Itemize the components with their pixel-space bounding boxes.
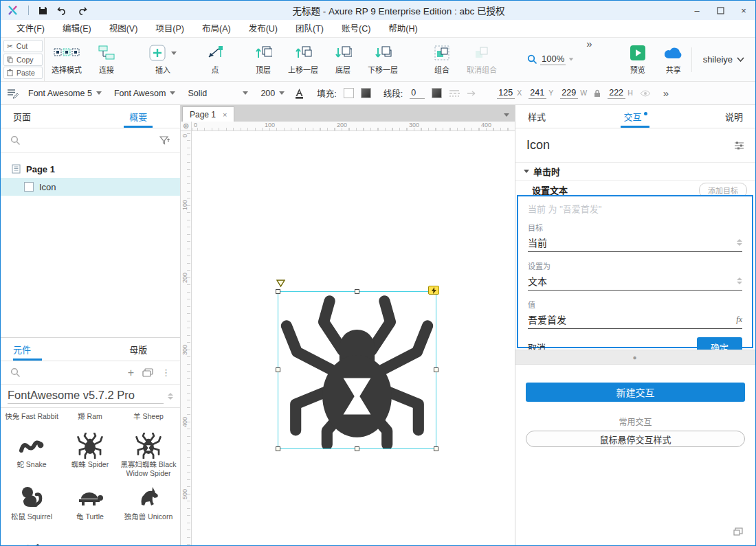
target-select[interactable]: 当前 (528, 236, 742, 252)
turtle-icon[interactable] (60, 488, 120, 507)
line-color-swatch[interactable] (432, 88, 442, 98)
menu-view[interactable]: 视图(V) (102, 20, 146, 38)
redo-icon[interactable] (77, 6, 87, 15)
search-icon[interactable] (10, 135, 21, 146)
resize-handle-se[interactable] (434, 446, 438, 451)
menu-help[interactable]: 帮助(H) (381, 20, 425, 38)
zoom-control[interactable]: 100% (527, 38, 574, 81)
spider-icon[interactable] (60, 433, 120, 459)
event-onclick-row[interactable]: 单击时 (515, 163, 755, 181)
line-width-field[interactable]: 0 (410, 88, 425, 99)
save-icon[interactable] (38, 6, 47, 15)
zoom-value[interactable]: 100% (540, 54, 566, 65)
canvas[interactable] (192, 131, 515, 545)
widget-snake-label[interactable]: 蛇 Snake (2, 460, 61, 469)
w-field[interactable]: 229W (560, 88, 587, 99)
share-button[interactable]: 共享 (656, 38, 691, 81)
font-face-select[interactable]: Font Awesom (111, 89, 179, 98)
tab-list-chevron-icon[interactable] (504, 109, 515, 122)
snake-icon[interactable] (2, 434, 61, 457)
lock-ratio-icon[interactable] (594, 89, 601, 98)
search-icon[interactable] (10, 367, 21, 378)
menu-publish[interactable]: 发布(U) (241, 20, 285, 38)
tab-close-icon[interactable]: × (223, 111, 227, 119)
libraries-icon[interactable] (142, 368, 153, 377)
bring-forward-button[interactable]: 上移一层 (281, 38, 325, 81)
canvas-tab-page1[interactable]: Page 1 × (182, 106, 234, 122)
maximize-button[interactable] (709, 1, 732, 19)
resize-handle-sw[interactable] (276, 446, 280, 451)
interaction-bolt-icon[interactable] (428, 286, 439, 295)
visibility-eye-icon[interactable] (640, 90, 651, 97)
panel-splitter[interactable]: ● (515, 350, 755, 365)
paste-button[interactable]: Paste (3, 67, 43, 79)
menu-file[interactable]: 文件(F) (9, 20, 52, 38)
dock-panel-icon[interactable] (733, 527, 743, 536)
fx-icon[interactable]: fx (736, 315, 742, 325)
point-button[interactable]: 点 (197, 38, 233, 81)
ruler-origin-icon[interactable]: ⊕ (181, 122, 192, 131)
hover-style-button[interactable]: 鼠标悬停交互样式 (526, 431, 745, 447)
spinner-icon[interactable] (737, 277, 742, 284)
close-button[interactable]: × (732, 1, 755, 19)
preview-button[interactable]: 预览 (620, 38, 656, 81)
kebab-menu-icon[interactable]: ⋮ (162, 367, 170, 378)
send-to-back-button[interactable]: 底层 (325, 38, 361, 81)
tab-interactions[interactable]: 交互 (599, 105, 671, 128)
resize-handle-e[interactable] (434, 367, 438, 372)
line-style-icon[interactable] (449, 89, 460, 98)
tab-notes[interactable]: 说明 (671, 105, 755, 128)
outline-icon-row[interactable]: Icon (1, 178, 180, 196)
fill-pattern-swatch[interactable] (361, 88, 371, 98)
filter-icon[interactable] (159, 136, 170, 146)
resize-handle-s[interactable] (355, 446, 359, 451)
outline-page-row[interactable]: Page 1 (1, 160, 180, 178)
widget-ram[interactable]: 羱 Ram (60, 412, 120, 421)
menu-account[interactable]: 账号(C) (334, 20, 378, 38)
copy-button[interactable]: Copy (3, 54, 43, 66)
h-field[interactable]: 222H (608, 88, 633, 99)
insert-button[interactable]: 插入 (142, 38, 184, 81)
font-style-select[interactable]: Solid (185, 89, 251, 98)
y-field[interactable]: 241Y (529, 88, 553, 99)
widget-squirrel-label[interactable]: 松鼠 Squirrel (2, 512, 61, 521)
font-family-select[interactable]: Font Awesome 5 (25, 89, 104, 98)
menu-team[interactable]: 团队(T) (288, 20, 331, 38)
menu-layout[interactable]: 布局(A) (194, 20, 238, 38)
widget-turtle-label[interactable]: 龟 Turtle (60, 512, 120, 521)
widget-spider-label[interactable]: 蜘蛛 Spider (60, 460, 120, 469)
widget-unicorn-label[interactable]: 独角兽 Unicorn (119, 512, 178, 521)
collapse-triangle-icon[interactable] (524, 170, 529, 173)
font-size-select[interactable]: 200 (258, 89, 287, 98)
menu-edit[interactable]: 编辑(E) (55, 20, 99, 38)
fill-color-swatch[interactable] (344, 88, 354, 98)
tab-outline[interactable]: 概要 (97, 105, 181, 128)
tab-pages[interactable]: 页面 (1, 105, 97, 128)
tune-sliders-icon[interactable] (734, 141, 744, 150)
bring-to-front-button[interactable]: 顶层 (245, 38, 281, 81)
stylebar-overflow[interactable]: » (663, 87, 667, 99)
squirrel-icon[interactable] (2, 485, 61, 510)
unicorn-icon[interactable] (119, 485, 178, 510)
send-backward-button[interactable]: 下移一层 (361, 38, 405, 81)
resize-handle-w[interactable] (276, 367, 280, 372)
black-widow-spider-icon[interactable] (119, 433, 178, 459)
tab-masters[interactable]: 母版 (97, 338, 181, 361)
add-library-icon[interactable]: + (128, 367, 134, 379)
connect-button[interactable]: 连接 (89, 38, 124, 81)
resize-handle-nw[interactable] (276, 289, 280, 294)
minimize-button[interactable]: – (685, 1, 709, 19)
set-to-select[interactable]: 文本 (528, 274, 742, 291)
select-mode-button[interactable]: 选择模式 (45, 38, 89, 81)
library-select[interactable]: FontAwesome v5.7.2 Pro (1, 385, 180, 408)
spinner-icon[interactable] (737, 239, 742, 246)
widget-sheep[interactable]: 羊 Sheep (119, 412, 178, 421)
widget-black-widow-label[interactable]: 黑寡妇蜘蛛 Black Widow Spider (119, 460, 178, 478)
menu-project[interactable]: 项目(P) (148, 20, 192, 38)
value-input[interactable]: 吾爱首发 fx (528, 312, 742, 329)
resize-handle-n[interactable] (355, 289, 359, 294)
tab-style[interactable]: 样式 (515, 105, 599, 128)
selected-widget-name[interactable]: Icon (526, 138, 734, 152)
group-button[interactable]: 组合 (424, 38, 460, 81)
undo-icon[interactable] (57, 6, 67, 15)
